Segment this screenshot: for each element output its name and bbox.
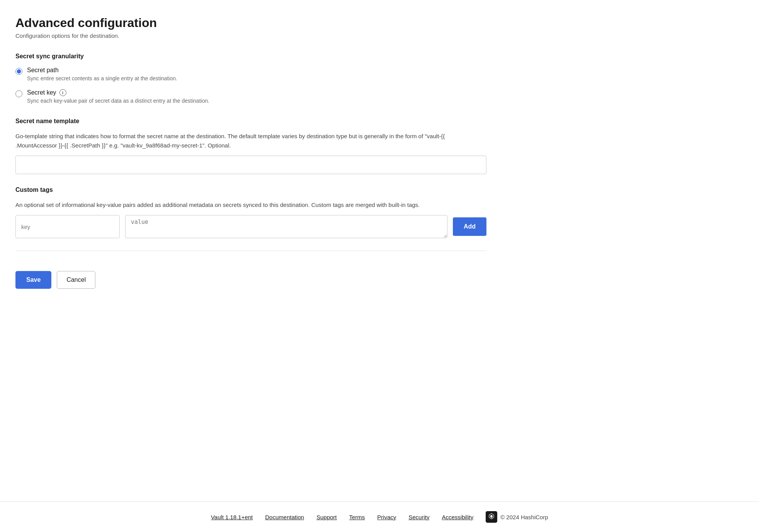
footer-link-documentation[interactable]: Documentation: [265, 514, 304, 520]
secret-name-template-input[interactable]: [15, 156, 486, 174]
footer-link-security[interactable]: Security: [408, 514, 429, 520]
secret-path-option[interactable]: Secret path Sync entire secret contents …: [15, 67, 486, 81]
secret-key-label: Secret key i: [27, 89, 209, 96]
custom-tags-section: Custom tags An optional set of informati…: [15, 186, 486, 238]
add-tag-button[interactable]: Add: [453, 217, 486, 236]
footer-link-support[interactable]: Support: [317, 514, 337, 520]
action-buttons: Save Cancel: [15, 262, 486, 293]
secret-path-label: Secret path: [27, 67, 177, 74]
secret-key-info-icon[interactable]: i: [59, 89, 66, 96]
custom-tags-row: Add: [15, 215, 486, 238]
page-title: Advanced configuration: [15, 15, 486, 30]
secret-path-radio[interactable]: [15, 68, 22, 75]
footer-link-vault-version[interactable]: Vault 1.18.1+ent: [211, 514, 253, 520]
secret-name-template-title: Secret name template: [15, 118, 486, 125]
footer-link-privacy[interactable]: Privacy: [377, 514, 396, 520]
secret-name-template-description: Go-template string that indicates how to…: [15, 132, 486, 150]
secret-key-option[interactable]: Secret key i Sync each key-value pair of…: [15, 89, 486, 104]
hashicorp-logo-icon: [486, 511, 497, 523]
secret-key-label-group: Secret key i Sync each key-value pair of…: [27, 89, 209, 104]
secret-sync-granularity-section: Secret sync granularity Secret path Sync…: [15, 53, 486, 104]
secret-name-template-section: Secret name template Go-template string …: [15, 118, 486, 174]
footer-copyright: © 2024 HashiCorp: [500, 514, 548, 520]
secret-key-description: Sync each key-value pair of secret data …: [27, 98, 209, 104]
radio-group-granularity: Secret path Sync entire secret contents …: [15, 67, 486, 104]
secret-path-description: Sync entire secret contents as a single …: [27, 75, 177, 81]
custom-tags-key-input[interactable]: [15, 215, 120, 238]
footer-link-terms[interactable]: Terms: [349, 514, 365, 520]
custom-tags-value-input[interactable]: [125, 215, 447, 238]
page-subtitle: Configuration options for the destinatio…: [15, 32, 486, 39]
save-button[interactable]: Save: [15, 271, 51, 289]
divider: [15, 251, 486, 251]
footer-link-accessibility[interactable]: Accessibility: [442, 514, 473, 520]
footer: Vault 1.18.1+ent Documentation Support T…: [0, 502, 759, 532]
secret-path-label-group: Secret path Sync entire secret contents …: [27, 67, 177, 81]
footer-brand: © 2024 HashiCorp: [486, 511, 548, 523]
secret-key-radio[interactable]: [15, 90, 22, 97]
cancel-button[interactable]: Cancel: [57, 271, 95, 289]
custom-tags-title: Custom tags: [15, 186, 486, 193]
custom-tags-description: An optional set of informational key-val…: [15, 200, 486, 210]
secret-sync-granularity-title: Secret sync granularity: [15, 53, 486, 60]
